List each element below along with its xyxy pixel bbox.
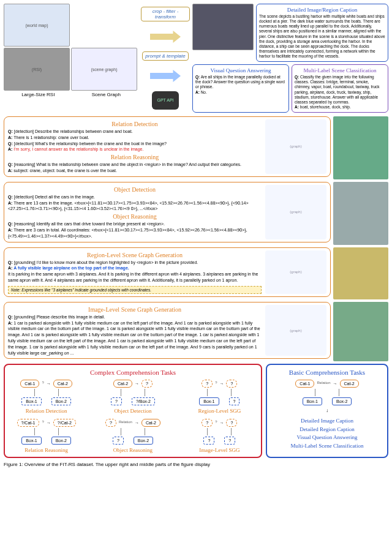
multilabel-panel: Multi-Label Scene Classification Q: Clas…	[292, 64, 388, 113]
image-side-image	[333, 302, 388, 362]
sub-img-sgg: Image-Level SGG	[199, 447, 239, 453]
rel-det-a1: There is 1 relationship: crane over boat…	[12, 135, 89, 140]
arrow-to-harbor	[150, 31, 181, 43]
relation-side-image	[333, 116, 388, 179]
rel-rea-a1: subject: crane, object: boat, the crane …	[12, 168, 116, 173]
scene-graph-image: (scene graph)	[71, 48, 137, 91]
rel-det-a2: I'm sorry, I cannot answer as the relati…	[12, 147, 143, 151]
obj-det-q1: [detection] Detect all the cars in the i…	[13, 195, 95, 199]
vqa-title: Visual Question Answering	[195, 67, 286, 73]
rel-rea-q1: [reasoning] What is the relationship bet…	[13, 162, 241, 167]
reg-sgg-a1l2: It is parking in the same apron with 3 a…	[8, 271, 262, 284]
img-sgg-a1: 1 car is parked alongside with 1 fully v…	[8, 321, 260, 355]
vqa-answer: No.	[200, 90, 207, 94]
input-images-block: (world map) (RSI) (scene graph) Large-Si…	[4, 4, 138, 113]
caption-panel: Detailed Image/Region Caption The scene …	[256, 4, 388, 62]
complex-title: Complex Comprehension Tasks	[9, 369, 257, 376]
multilabel-question: Classify the given image into the follow…	[295, 75, 380, 104]
region-sgg-note: Note: Expressions like "3 airplanes" ind…	[8, 286, 262, 294]
caption-title: Detailed Image/Region Caption	[259, 7, 385, 13]
gpt-api-icon: GPT API	[152, 91, 179, 110]
rsi-label: Large-Size RSI	[21, 92, 55, 97]
object-mini-graph: (graph)	[265, 185, 326, 239]
crop-filter-label: crop - filter - transform	[141, 7, 190, 21]
sub-obj-rea: Object Reasoning	[113, 447, 153, 453]
relation-mini-graph: (graph)	[265, 119, 326, 174]
complex-tasks-panel: Complex Comprehension Tasks Cat-1?→Cat-2…	[4, 364, 262, 458]
object-side-image	[333, 182, 388, 245]
image-mini-graph: (graph)	[265, 305, 326, 356]
object-detection-title: Object Detection	[8, 186, 262, 193]
figure-caption: Figure 1: Overview of the FIT-RS dataset…	[4, 462, 388, 467]
caption-text: The scene depicts a bustling harbor with…	[259, 14, 385, 59]
sub-rel-det: Relation Detection	[26, 408, 67, 414]
sub-rel-rea: Relation Reasoning	[24, 447, 68, 453]
img-sgg-q1: [grounding] Please describe this image i…	[13, 315, 105, 319]
obj-rea-a1: There are 3 cars in total. All coordinat…	[8, 228, 247, 238]
arrow-to-vqa	[150, 70, 181, 82]
reg-sgg-a1l1: A fully visible large airplane on the to…	[13, 266, 129, 270]
basic-list: Detailed Image Caption Detailed Region C…	[271, 417, 383, 450]
multilabel-answer: boat, storehouse, dock, ship.	[299, 105, 351, 109]
prompt-template-label: prompt & template	[142, 51, 188, 61]
rel-det-q1: [detection] Describe the relationships b…	[13, 129, 133, 133]
relation-reasoning-title: Relation Reasoning	[8, 154, 262, 160]
scene-graph-label: Scene Graph	[92, 92, 121, 97]
reg-sgg-q1: [grounding] I'd like to know more about …	[13, 260, 198, 265]
region-sgg-title: Region-Level Scene Graph Generation	[8, 252, 262, 258]
vqa-panel: Visual Question Answering Q: Are all shi…	[192, 64, 289, 113]
region-side-image	[333, 247, 388, 299]
pipeline-arrows: crop - filter - transform prompt & templ…	[141, 4, 190, 113]
region-mini-graph: (graph)	[265, 250, 326, 294]
multilabel-title: Multi-Label Scene Classification	[295, 67, 385, 73]
rsi-image: (RSI)	[4, 48, 70, 91]
obj-det-a1: There are 13 cars in the image. <rbox>{<…	[8, 201, 249, 211]
sub-obj-det: Object Detection	[114, 408, 151, 414]
obj-rea-q1: [reasoning] Identify all the cars that d…	[13, 222, 165, 226]
sub-reg-sgg: Region-Level SGG	[198, 408, 241, 414]
object-reasoning-title: Object Reasoning	[8, 213, 262, 220]
harbor-image	[192, 4, 254, 50]
basic-tasks-panel: Basic Comprehension Tasks Cat-1Relation→…	[266, 364, 388, 458]
vqa-question: Are all ships in the image parallelly do…	[195, 75, 285, 89]
rel-det-q2: [detection] What's the relationship betw…	[13, 141, 167, 146]
basic-title: Basic Comprehension Tasks	[271, 369, 383, 376]
image-sgg-title: Image-Level Scene Graph Generation	[8, 306, 262, 313]
world-map-image: (world map)	[4, 4, 70, 47]
relation-detection-title: Relation Detection	[8, 121, 262, 127]
